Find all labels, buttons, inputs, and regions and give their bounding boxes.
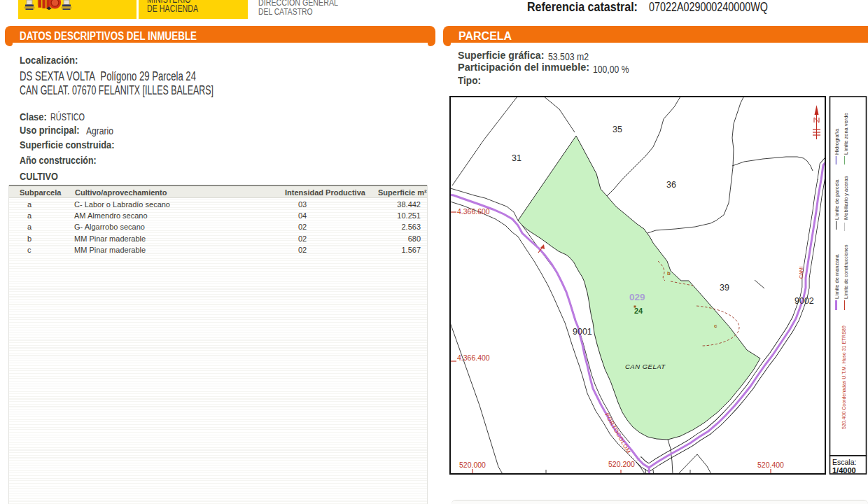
- svg-text:520.200: 520.200: [608, 460, 635, 468]
- svg-text:520.400 Coordenadas U.T.M. Hus: 520.400 Coordenadas U.T.M. Huso 31 ETRS8…: [841, 326, 846, 429]
- svg-text:Mobiliario y aceras: Mobiliario y aceras: [843, 176, 849, 220]
- svg-text:Límite de parcela: Límite de parcela: [834, 179, 840, 220]
- svg-text:24: 24: [634, 307, 643, 315]
- svg-text:Hidrografía: Hidrografía: [834, 128, 840, 155]
- svg-text:c: c: [714, 323, 718, 329]
- svg-text:9001: 9001: [573, 327, 592, 337]
- svg-text:9002: 9002: [794, 296, 814, 306]
- svg-text:b: b: [667, 270, 671, 276]
- svg-text:36: 36: [666, 180, 676, 190]
- svg-text:Límite de construcciones: Límite de construcciones: [844, 244, 848, 299]
- svg-text:35: 35: [612, 125, 622, 134]
- svg-text:31: 31: [512, 153, 522, 163]
- svg-text:39: 39: [720, 283, 729, 293]
- svg-text:4.366.600: 4.366.600: [457, 207, 490, 216]
- svg-text:1/4000: 1/4000: [832, 466, 856, 475]
- svg-text:520.400: 520.400: [757, 461, 784, 469]
- svg-text:Límite zona verde: Límite zona verde: [843, 113, 849, 155]
- svg-text:029: 029: [629, 292, 645, 302]
- svg-text:CAN GELAT: CAN GELAT: [625, 363, 666, 370]
- svg-text:Límite de manzana: Límite de manzana: [834, 253, 840, 299]
- svg-text:CAMI: CAMI: [799, 266, 804, 279]
- svg-text:520.000: 520.000: [459, 461, 486, 469]
- svg-text:4.366.400: 4.366.400: [457, 354, 490, 362]
- svg-text:Escala:: Escala:: [832, 458, 856, 466]
